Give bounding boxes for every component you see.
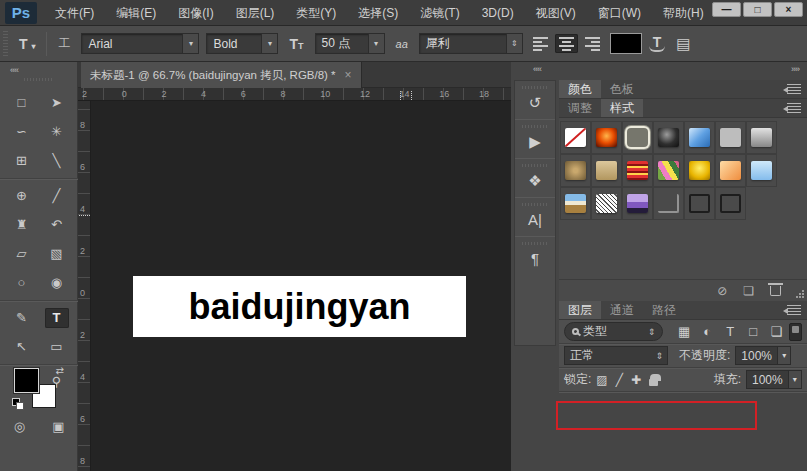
dissolve-noise-style[interactable] — [591, 187, 622, 220]
panel-menu-icon[interactable] — [787, 84, 801, 94]
menu-item-L[interactable]: 图层(L) — [225, 0, 286, 26]
rounded-outline-style[interactable] — [622, 121, 653, 154]
menu-item-F[interactable]: 文件(F) — [44, 0, 105, 26]
paragraph-panel-icon[interactable]: ¶ — [515, 236, 555, 275]
filter-adjustment-layers-icon[interactable]: ◐ — [699, 324, 715, 339]
resize-grip-icon[interactable] — [795, 289, 805, 299]
expand-icon-strip-icon[interactable]: «« — [533, 64, 541, 74]
lock-paint-icon[interactable]: ╱ — [616, 373, 623, 387]
menu-item-T[interactable]: 滤镜(T) — [409, 0, 470, 26]
menu-item-I[interactable]: 图像(I) — [167, 0, 224, 26]
yellow-gloss-style[interactable] — [684, 154, 715, 187]
filter-shape-layers-icon[interactable]: □ — [745, 324, 761, 339]
orange-glow-style[interactable] — [591, 121, 622, 154]
chevron-down-icon[interactable]: ▾ — [788, 371, 801, 388]
opacity-select[interactable]: 100% ▾ — [735, 346, 791, 365]
text-color-swatch[interactable] — [610, 33, 642, 54]
gradient-tool-icon[interactable]: ▧ — [45, 244, 69, 264]
delete-style-button[interactable] — [770, 286, 781, 296]
actions-panel-icon[interactable]: ▶ — [515, 119, 555, 158]
rectangle-tool-icon[interactable]: ▭ — [45, 337, 69, 357]
align-center-button[interactable] — [555, 34, 578, 53]
toggle-panels-icon[interactable]: ▤ — [672, 34, 694, 54]
menu-item-3DD[interactable]: 3D(D) — [471, 0, 525, 26]
swap-colors-icon[interactable]: ⇄ — [56, 365, 64, 376]
flat-gray-style[interactable] — [715, 121, 746, 154]
clear-style[interactable] — [560, 121, 591, 154]
clone-stamp-tool-icon[interactable]: ♜ — [10, 215, 34, 235]
tab-样式[interactable]: 样式 — [601, 99, 643, 117]
tab-色板[interactable]: 色板 — [601, 80, 643, 98]
lasso-tool-icon[interactable]: ∽ — [10, 122, 34, 142]
font-family-select[interactable]: Arial ▾ — [81, 33, 199, 54]
blend-mode-select[interactable]: 正常 ⇕ — [564, 346, 668, 365]
anti-alias-select[interactable]: 犀利 ⇕ — [419, 33, 523, 54]
history-panel-icon[interactable]: ↺ — [515, 81, 555, 119]
lock-position-icon[interactable]: ✚ — [631, 373, 641, 387]
black-gloss-style[interactable] — [653, 121, 684, 154]
foreground-color-swatch[interactable] — [14, 368, 39, 393]
beige-style[interactable] — [591, 154, 622, 187]
minimize-button[interactable]: — — [712, 2, 741, 17]
chevron-down-icon[interactable]: ▾ — [368, 34, 384, 53]
menu-item-V[interactable]: 视图(V) — [525, 0, 587, 26]
pen-tool-icon[interactable]: ✎ — [10, 308, 34, 328]
close-tab-icon[interactable]: × — [345, 68, 352, 82]
brush-tool-icon[interactable]: ╱ — [45, 186, 69, 206]
lock-transparency-icon[interactable]: ▨ — [596, 373, 607, 387]
character-panel-icon[interactable]: A| — [515, 197, 555, 236]
blue-gloss-style[interactable] — [684, 121, 715, 154]
menu-item-Y[interactable]: 类型(Y) — [285, 0, 347, 26]
warp-text-icon[interactable]: T — [649, 35, 666, 52]
eraser-tool-icon[interactable]: ▱ — [10, 244, 34, 264]
tab-通道[interactable]: 通道 — [601, 301, 643, 319]
lock-all-icon[interactable] — [649, 379, 658, 386]
toolbox-grip[interactable] — [24, 78, 54, 81]
font-size-select[interactable]: 50 点 ▾ — [315, 33, 385, 54]
filter-smart-objects-icon[interactable]: ❏ — [768, 324, 784, 339]
crop-tool-icon[interactable]: ⊞ — [10, 151, 34, 171]
gray-bevel-style[interactable] — [746, 121, 777, 154]
eyedropper-tool-icon[interactable]: ╲ — [45, 151, 69, 171]
tab-调整[interactable]: 调整 — [559, 99, 601, 117]
close-button[interactable]: × — [774, 2, 803, 17]
tab-颜色[interactable]: 颜色 — [559, 80, 601, 98]
fill-select[interactable]: 100% ▾ — [746, 370, 802, 389]
red-stripes-style[interactable] — [622, 154, 653, 187]
maximize-button[interactable]: □ — [743, 2, 772, 17]
new-style-button[interactable]: ❏ — [743, 284, 754, 298]
blue-grid-style[interactable] — [746, 154, 777, 187]
layer-filter-select[interactable]: 类型 ⇕ — [564, 322, 663, 341]
spinner-icon[interactable]: ⇕ — [506, 34, 522, 53]
rectangular-marquee-tool-icon[interactable]: □ — [10, 93, 34, 113]
text-orientation-icon[interactable]: 工 — [54, 34, 74, 53]
blur-tool-icon[interactable]: ○ — [10, 273, 34, 293]
tool-presets-panel-icon[interactable]: ❖ — [515, 158, 555, 197]
collapse-dock-icon[interactable]: »» — [791, 64, 799, 74]
spot-healing-brush-tool-icon[interactable]: ⊕ — [10, 186, 34, 206]
dodge-tool-icon[interactable]: ◉ — [45, 273, 69, 293]
panel-menu-icon[interactable] — [787, 103, 801, 113]
chevron-down-icon[interactable]: ▾ — [182, 34, 198, 53]
collapse-toolbox-icon[interactable]: «« — [10, 65, 18, 75]
camouflage-style[interactable] — [653, 154, 684, 187]
align-right-button[interactable] — [580, 34, 603, 53]
path-selection-tool-icon[interactable]: ↖ — [10, 337, 34, 357]
menu-item-H[interactable]: 帮助(H) — [652, 0, 715, 26]
tool-preset-picker[interactable]: T ▾ — [15, 35, 39, 53]
menu-item-W[interactable]: 窗口(W) — [587, 0, 652, 26]
history-brush-tool-icon[interactable]: ↶ — [45, 215, 69, 235]
screen-mode-button[interactable]: ▣ — [47, 417, 71, 437]
tab-路径[interactable]: 路径 — [643, 301, 685, 319]
font-style-select[interactable]: Bold ▾ — [206, 33, 278, 54]
magic-wand-tool-icon[interactable]: ✳ — [45, 122, 69, 142]
filter-toggle-switch[interactable] — [789, 323, 802, 341]
tan-blur-style[interactable] — [560, 154, 591, 187]
chevron-down-icon[interactable]: ▾ — [261, 34, 277, 53]
document-tab[interactable]: 未标题-1 @ 66.7% (baidujingyan 拷贝, RGB/8) *… — [81, 62, 362, 88]
black-outline-style[interactable] — [684, 187, 715, 220]
landscape-style[interactable] — [560, 187, 591, 220]
quick-mask-button[interactable]: ◎ — [8, 417, 32, 437]
align-left-button[interactable] — [530, 34, 553, 53]
chevron-down-icon[interactable]: ▾ — [777, 347, 790, 364]
